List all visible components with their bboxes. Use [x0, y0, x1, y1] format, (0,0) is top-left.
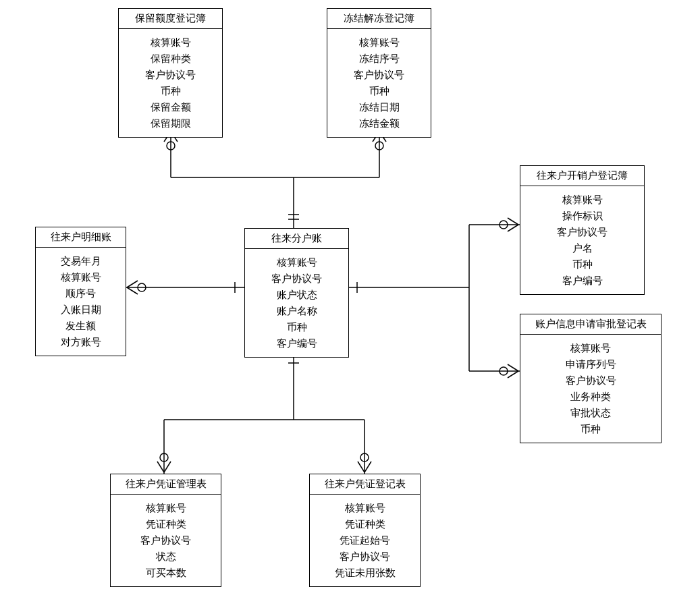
entity-voucher-management: 往来户凭证管理表 核算账号 凭证种类 客户协议号 状态 可买本数 — [110, 474, 221, 587]
entity-title: 冻结解冻登记簿 — [327, 9, 431, 29]
field: 审批状态 — [529, 405, 653, 421]
entity-current-detail-ledger: 往来户明细账 交易年月 核算账号 顺序号 入账日期 发生额 对方账号 — [35, 227, 126, 356]
field: 核算账号 — [119, 500, 213, 516]
entity-title: 账户信息申请审批登记表 — [520, 314, 661, 335]
entity-title: 往来户明细账 — [36, 227, 126, 248]
entity-body: 核算账号 客户协议号 账户状态 账户名称 币种 客户编号 — [245, 249, 348, 357]
field: 客户协议号 — [318, 549, 412, 565]
field: 业务种类 — [529, 389, 653, 405]
field: 币种 — [253, 319, 340, 335]
field: 冻结日期 — [335, 99, 423, 115]
entity-body: 核算账号 保留种类 客户协议号 币种 保留金额 保留期限 — [119, 29, 222, 137]
entity-body: 核算账号 凭证种类 客户协议号 状态 可买本数 — [111, 495, 221, 586]
field: 状态 — [119, 549, 213, 565]
field: 交易年月 — [44, 253, 117, 269]
entity-title: 往来分户账 — [245, 229, 348, 249]
field: 客户协议号 — [253, 271, 340, 287]
svg-point-40 — [360, 453, 369, 461]
svg-line-25 — [508, 225, 518, 231]
entity-reserve-limit-register: 保留额度登记簿 核算账号 保留种类 客户协议号 币种 保留金额 保留期限 — [118, 8, 223, 138]
field: 冻结序号 — [335, 51, 423, 67]
svg-point-12 — [375, 142, 383, 150]
field: 保留期限 — [127, 115, 214, 132]
svg-line-24 — [508, 218, 518, 225]
entity-title: 往来户凭证管理表 — [111, 474, 221, 495]
entity-body: 核算账号 操作标识 客户协议号 户名 币种 客户编号 — [520, 186, 644, 294]
field: 凭证起始号 — [318, 532, 412, 549]
entity-body: 核算账号 冻结序号 客户协议号 币种 冻结日期 冻结金额 — [327, 29, 431, 137]
entity-voucher-register: 往来户凭证登记表 核算账号 凭证种类 凭证起始号 客户协议号 凭证未用张数 — [309, 474, 421, 587]
entity-body: 核算账号 凭证种类 凭证起始号 客户协议号 凭证未用张数 — [310, 495, 420, 586]
field: 顺序号 — [44, 285, 117, 302]
field: 币种 — [529, 256, 636, 273]
entity-open-close-account-register: 往来户开销户登记簿 核算账号 操作标识 客户协议号 户名 币种 客户编号 — [520, 165, 645, 295]
field: 核算账号 — [529, 340, 653, 356]
svg-line-14 — [127, 281, 138, 287]
svg-line-35 — [157, 461, 164, 472]
svg-point-5 — [167, 142, 175, 150]
field: 户名 — [529, 240, 636, 256]
field: 可买本数 — [119, 565, 213, 581]
field: 核算账号 — [318, 500, 412, 516]
field: 客户协议号 — [335, 67, 423, 83]
entity-body: 核算账号 申请序列号 客户协议号 业务种类 审批状态 币种 — [520, 335, 661, 443]
field: 核算账号 — [529, 192, 636, 208]
field: 保留种类 — [127, 51, 214, 67]
field: 操作标识 — [529, 208, 636, 224]
svg-line-27 — [508, 364, 518, 371]
field: 客户协议号 — [529, 224, 636, 240]
entity-freeze-unfreeze-register: 冻结解冻登记簿 核算账号 冻结序号 客户协议号 币种 冻结日期 冻结金额 — [327, 8, 431, 138]
svg-line-36 — [164, 461, 171, 472]
field: 凭证种类 — [119, 516, 213, 532]
svg-line-28 — [508, 371, 518, 378]
field: 币种 — [335, 83, 423, 99]
field: 核算账号 — [44, 269, 117, 285]
svg-point-37 — [160, 453, 168, 461]
field: 发生额 — [44, 318, 117, 334]
field: 客户编号 — [253, 335, 340, 352]
field: 核算账号 — [253, 254, 340, 271]
field: 凭证未用张数 — [318, 565, 412, 581]
field: 客户协议号 — [529, 372, 653, 389]
entity-body: 交易年月 核算账号 顺序号 入账日期 发生额 对方账号 — [36, 248, 126, 356]
entity-title: 往来户凭证登记表 — [310, 474, 420, 495]
field: 币种 — [529, 421, 653, 437]
entity-title: 保留额度登记簿 — [119, 9, 222, 29]
field: 账户状态 — [253, 287, 340, 303]
field: 凭证种类 — [318, 516, 412, 532]
svg-line-15 — [127, 287, 138, 294]
field: 入账日期 — [44, 302, 117, 318]
entity-current-sub-account: 往来分户账 核算账号 客户协议号 账户状态 账户名称 币种 客户编号 — [244, 228, 349, 358]
field: 客户编号 — [529, 273, 636, 289]
svg-line-39 — [364, 461, 371, 472]
field: 客户协议号 — [119, 532, 213, 549]
field: 账户名称 — [253, 303, 340, 319]
field: 申请序列号 — [529, 356, 653, 372]
field: 冻结金额 — [335, 115, 423, 132]
entity-account-info-approval-register: 账户信息申请审批登记表 核算账号 申请序列号 客户协议号 业务种类 审批状态 币… — [520, 314, 662, 443]
svg-point-29 — [500, 367, 508, 375]
field: 客户协议号 — [127, 67, 214, 83]
svg-point-26 — [500, 221, 508, 229]
field: 币种 — [127, 83, 214, 99]
field: 核算账号 — [127, 34, 214, 51]
field: 核算账号 — [335, 34, 423, 51]
field: 保留金额 — [127, 99, 214, 115]
field: 对方账号 — [44, 334, 117, 350]
entity-title: 往来户开销户登记簿 — [520, 166, 644, 186]
svg-point-16 — [138, 283, 146, 291]
svg-line-38 — [358, 461, 364, 472]
